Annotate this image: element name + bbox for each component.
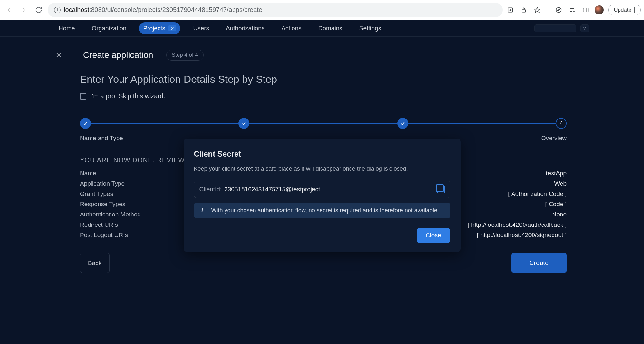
reload-icon[interactable]: [33, 4, 44, 16]
update-label: Update: [614, 7, 631, 13]
client-secret-modal: Client Secret Keep your client secret at…: [184, 139, 461, 252]
info-banner: i With your chosen authentication flow, …: [194, 203, 450, 218]
step-4-dot[interactable]: 4: [556, 118, 567, 129]
action-row: Back Create: [80, 253, 567, 273]
back-button[interactable]: Back: [80, 253, 110, 273]
step-segment: [408, 123, 556, 124]
url-text: localhost:8080/ui/console/projects/23051…: [64, 6, 262, 14]
step-segment: [91, 123, 238, 124]
nav-authorizations[interactable]: Authorizations: [222, 22, 268, 34]
browser-chrome: i localhost:8080/ui/console/projects/230…: [0, 0, 644, 20]
share-icon[interactable]: [519, 5, 528, 14]
nav-actions[interactable]: Actions: [277, 22, 305, 34]
close-button[interactable]: Close: [417, 228, 450, 243]
forward-icon[interactable]: [18, 4, 30, 16]
review-value: [ Code ]: [545, 201, 567, 208]
projects-badge: 2: [168, 25, 176, 31]
info-icon: i: [199, 207, 206, 214]
review-value: [ http://localhost:4200/auth/callback ]: [468, 221, 567, 228]
leaf-icon[interactable]: [554, 5, 563, 14]
svg-marker-2: [535, 7, 540, 12]
review-key: Redirect URIs: [80, 221, 118, 228]
nav-projects-label: Projects: [143, 25, 165, 32]
review-key: Name: [80, 170, 96, 177]
step-1-dot[interactable]: [80, 118, 91, 129]
info-text: With your chosen authentication flow, no…: [211, 207, 439, 214]
url-path: :8080/ui/console/projects/23051790444815…: [89, 6, 262, 13]
page-header: Create application Step 4 of 4: [55, 50, 567, 61]
modal-description: Keep your client secret at a safe place …: [194, 166, 450, 172]
create-button[interactable]: Create: [511, 253, 567, 273]
step-label-right: Overview: [541, 135, 567, 142]
panel-icon[interactable]: [581, 5, 590, 14]
nav-users[interactable]: Users: [189, 22, 213, 34]
url-bar[interactable]: i localhost:8080/ui/console/projects/230…: [48, 3, 503, 17]
svg-point-11: [634, 9, 635, 11]
update-button[interactable]: Update: [608, 5, 641, 15]
svg-point-10: [634, 7, 635, 9]
page-title: Create application: [83, 50, 153, 60]
review-value: [ http://localhost:4200/signedout ]: [477, 232, 567, 239]
search-input[interactable]: [534, 24, 576, 32]
star-icon[interactable]: [533, 5, 542, 14]
skip-wizard-row[interactable]: I'm a pro. Skip this wizard.: [80, 92, 567, 100]
info-icon: i: [54, 7, 61, 13]
avatar[interactable]: [595, 5, 604, 14]
page-subtitle: Enter Your Application Details Step by S…: [80, 73, 567, 85]
browser-right-icons: Update: [506, 5, 641, 15]
review-key: Grant Types: [80, 190, 113, 197]
footer-divider: [0, 332, 644, 332]
nav-settings[interactable]: Settings: [355, 22, 385, 34]
review-value: Web: [554, 180, 567, 187]
copy-icon[interactable]: [437, 186, 445, 193]
nav-organization[interactable]: Organization: [88, 22, 130, 34]
nav-domains[interactable]: Domains: [314, 22, 346, 34]
modal-title: Client Secret: [194, 149, 450, 158]
skip-checkbox[interactable]: [80, 93, 86, 100]
client-id-value: 230518162431475715@testproject: [224, 186, 434, 193]
svg-rect-8: [583, 8, 588, 12]
review-key: Post Logout URIs: [80, 232, 128, 239]
back-icon[interactable]: [3, 4, 15, 16]
client-id-label: ClientId:: [199, 186, 222, 193]
close-icon[interactable]: [55, 51, 62, 59]
review-key: Authentication Method: [80, 211, 141, 218]
install-icon[interactable]: [506, 5, 515, 14]
client-id-field: ClientId: 230518162431475715@testproject: [194, 181, 450, 198]
help-button[interactable]: ?: [580, 24, 589, 32]
svg-marker-7: [573, 11, 574, 12]
svg-point-3: [556, 7, 561, 12]
svg-point-12: [634, 11, 635, 13]
nav-projects[interactable]: Projects 2: [139, 22, 180, 34]
step-label-left: Name and Type: [80, 135, 123, 142]
stepper: 4: [80, 118, 567, 129]
step-3-dot[interactable]: [397, 118, 408, 129]
step-2-dot[interactable]: [238, 118, 249, 129]
review-key: Response Types: [80, 201, 125, 208]
step-indicator: Step 4 of 4: [166, 50, 204, 61]
url-host: localhost: [64, 6, 89, 13]
step-4-number: 4: [560, 120, 562, 127]
nav-home[interactable]: Home: [55, 22, 79, 34]
review-value: [ Authorization Code ]: [508, 190, 567, 197]
review-key: Application Type: [80, 180, 125, 187]
skip-label: I'm a pro. Skip this wizard.: [90, 92, 165, 100]
review-value: None: [552, 211, 567, 218]
playlist-icon[interactable]: [568, 5, 577, 14]
step-segment: [249, 123, 397, 124]
review-value: testApp: [546, 170, 567, 177]
top-nav: Home Organization Projects 2 Users Autho…: [0, 20, 644, 37]
